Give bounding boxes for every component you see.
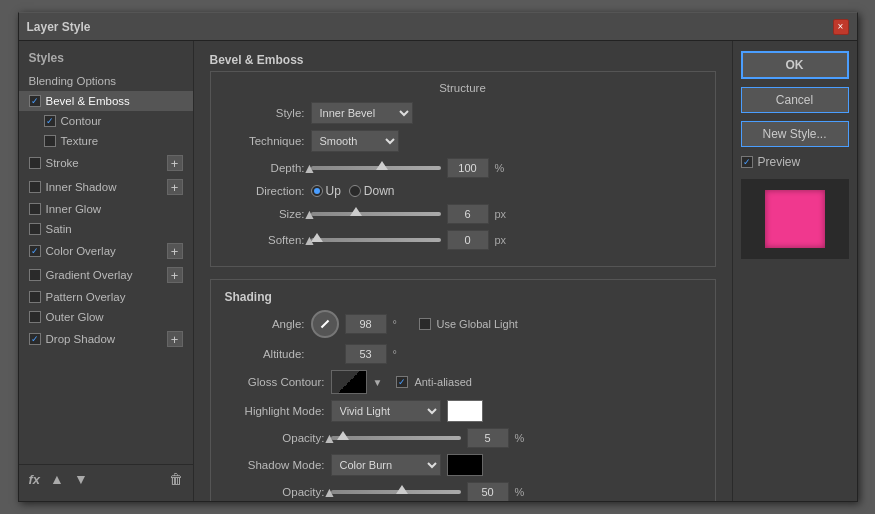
inner-shadow-checkbox[interactable]	[29, 181, 41, 193]
pattern-overlay-checkbox[interactable]	[29, 291, 41, 303]
angle-unit: °	[393, 318, 409, 330]
depth-row: Depth: ▲ %	[225, 158, 701, 178]
close-button[interactable]: ×	[833, 19, 849, 35]
gloss-contour-label: Gloss Contour:	[225, 376, 325, 388]
highlight-opacity-thumb[interactable]	[337, 431, 349, 440]
shadow-color-swatch[interactable]	[447, 454, 483, 476]
bevel-emboss-checkbox[interactable]	[29, 95, 41, 107]
inner-shadow-add-button[interactable]: +	[167, 179, 183, 195]
sidebar-item-satin[interactable]: Satin	[19, 219, 193, 239]
size-input[interactable]	[447, 204, 489, 224]
shadow-opacity-icon: ▲	[323, 484, 337, 500]
use-global-light-label: Use Global Light	[437, 318, 518, 330]
gradient-overlay-checkbox[interactable]	[29, 269, 41, 281]
stroke-add-button[interactable]: +	[167, 155, 183, 171]
drop-shadow-checkbox[interactable]	[29, 333, 41, 345]
angle-dial[interactable]	[311, 310, 339, 338]
contour-checkbox[interactable]	[44, 115, 56, 127]
shadow-opacity-input[interactable]	[467, 482, 509, 501]
depth-slider[interactable]: ▲	[311, 166, 441, 170]
altitude-input[interactable]	[345, 344, 387, 364]
ok-button[interactable]: OK	[741, 51, 849, 79]
depth-input[interactable]	[447, 158, 489, 178]
preview-label-text: Preview	[758, 155, 801, 169]
shadow-mode-select[interactable]: Color Burn Normal Multiply Screen	[331, 454, 441, 476]
direction-up-radio[interactable]: Up	[311, 184, 341, 198]
highlight-opacity-icon: ▲	[323, 430, 337, 446]
sidebar-item-stroke[interactable]: Stroke +	[19, 151, 193, 175]
direction-up-radio-btn[interactable]	[311, 185, 323, 197]
highlight-opacity-unit: %	[515, 432, 531, 444]
structure-subtitle: Structure	[225, 82, 701, 94]
left-panel: Styles Blending Options Bevel & Emboss C…	[19, 41, 194, 501]
inner-glow-checkbox[interactable]	[29, 203, 41, 215]
titlebar: Layer Style ×	[19, 13, 857, 41]
left-panel-footer: fx ▲ ▼ 🗑	[19, 464, 193, 493]
sidebar-item-inner-shadow[interactable]: Inner Shadow +	[19, 175, 193, 199]
texture-checkbox[interactable]	[44, 135, 56, 147]
move-up-icon[interactable]: ▲	[50, 471, 64, 487]
style-select[interactable]: Inner Bevel Outer Bevel Emboss Pillow Em…	[311, 102, 413, 124]
highlight-color-swatch[interactable]	[447, 400, 483, 422]
contour-preview[interactable]	[331, 370, 367, 394]
gradient-overlay-add-button[interactable]: +	[167, 267, 183, 283]
sidebar-item-pattern-overlay[interactable]: Pattern Overlay	[19, 287, 193, 307]
soften-label: Soften:	[225, 234, 305, 246]
highlight-opacity-input[interactable]	[467, 428, 509, 448]
direction-down-label: Down	[364, 184, 395, 198]
color-overlay-checkbox[interactable]	[29, 245, 41, 257]
blending-options-label: Blending Options	[29, 75, 117, 87]
depth-slider-thumb[interactable]	[376, 161, 388, 170]
technique-select[interactable]: Smooth Chisel Hard Chisel Soft	[311, 130, 399, 152]
preview-checkbox[interactable]	[741, 156, 753, 168]
anti-aliased-label: Anti-aliased	[414, 376, 471, 388]
sidebar-item-color-overlay[interactable]: Color Overlay +	[19, 239, 193, 263]
sidebar-item-blending-options[interactable]: Blending Options	[19, 71, 193, 91]
stroke-checkbox[interactable]	[29, 157, 41, 169]
section-title: Bevel & Emboss	[210, 53, 716, 67]
anti-aliased-checkbox[interactable]	[396, 376, 408, 388]
soften-slider-thumb[interactable]	[311, 233, 323, 242]
sidebar-item-bevel-emboss[interactable]: Bevel & Emboss	[19, 91, 193, 111]
sidebar-item-contour[interactable]: Contour	[19, 111, 193, 131]
move-down-icon[interactable]: ▼	[74, 471, 88, 487]
middle-panel: Bevel & Emboss Structure Style: Inner Be…	[194, 41, 732, 501]
shadow-opacity-thumb[interactable]	[396, 485, 408, 494]
size-slider-thumb[interactable]	[350, 207, 362, 216]
angle-input[interactable]	[345, 314, 387, 334]
sidebar-item-texture[interactable]: Texture	[19, 131, 193, 151]
drop-shadow-label: Drop Shadow	[46, 333, 116, 345]
color-overlay-add-button[interactable]: +	[167, 243, 183, 259]
preview-rect	[765, 190, 825, 248]
sidebar-item-gradient-overlay[interactable]: Gradient Overlay +	[19, 263, 193, 287]
style-label: Style:	[225, 107, 305, 119]
highlight-opacity-label: Opacity:	[225, 432, 325, 444]
size-slider[interactable]: ▲	[311, 212, 441, 216]
structure-section: Structure Style: Inner Bevel Outer Bevel…	[210, 71, 716, 267]
soften-input[interactable]	[447, 230, 489, 250]
color-overlay-label: Color Overlay	[46, 245, 116, 257]
sidebar-item-inner-glow[interactable]: Inner Glow	[19, 199, 193, 219]
shadow-mode-row: Shadow Mode: Color Burn Normal Multiply …	[225, 454, 701, 476]
satin-checkbox[interactable]	[29, 223, 41, 235]
outer-glow-checkbox[interactable]	[29, 311, 41, 323]
soften-slider[interactable]: ▲	[311, 238, 441, 242]
highlight-mode-select[interactable]: Vivid Light Normal Multiply Screen	[331, 400, 441, 422]
contour-dropdown-icon[interactable]: ▼	[373, 377, 383, 388]
shadow-opacity-slider[interactable]: ▲	[331, 490, 461, 494]
soften-row: Soften: ▲ px	[225, 230, 701, 250]
sidebar-item-outer-glow[interactable]: Outer Glow	[19, 307, 193, 327]
direction-radio-group: Up Down	[311, 184, 395, 198]
sidebar-item-drop-shadow[interactable]: Drop Shadow +	[19, 327, 193, 351]
layer-style-dialog: Layer Style × Styles Blending Options Be…	[18, 12, 858, 502]
new-style-button[interactable]: New Style...	[741, 121, 849, 147]
delete-icon[interactable]: 🗑	[169, 471, 183, 487]
use-global-light-checkbox[interactable]	[419, 318, 431, 330]
direction-down-radio[interactable]: Down	[349, 184, 395, 198]
size-label: Size:	[225, 208, 305, 220]
depth-unit: %	[495, 162, 511, 174]
direction-down-radio-btn[interactable]	[349, 185, 361, 197]
cancel-button[interactable]: Cancel	[741, 87, 849, 113]
drop-shadow-add-button[interactable]: +	[167, 331, 183, 347]
highlight-opacity-slider[interactable]: ▲	[331, 436, 461, 440]
